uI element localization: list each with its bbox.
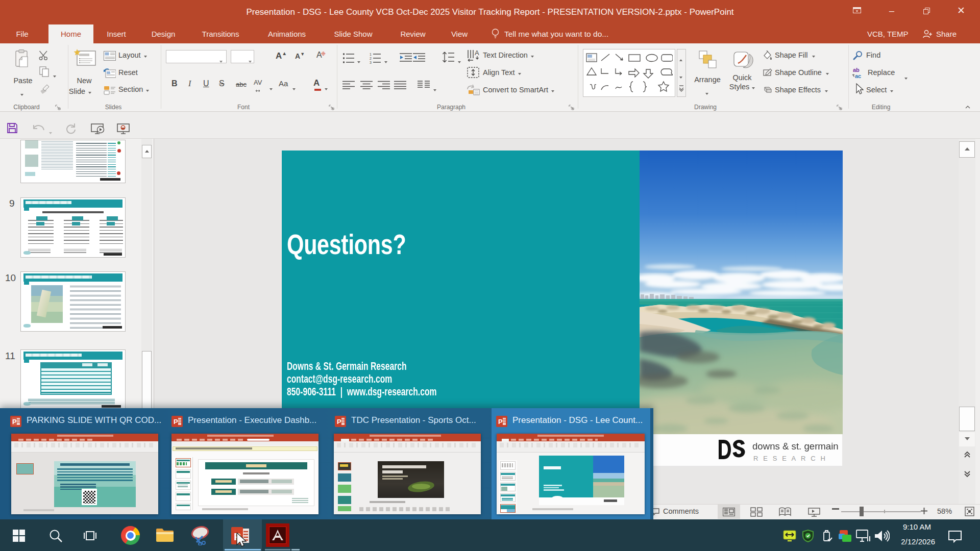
svg-text:ac: ac [855, 73, 861, 79]
svg-text:P: P [498, 418, 503, 425]
svg-text:3: 3 [370, 61, 372, 64]
svg-text:P: P [174, 418, 178, 425]
svg-text:P: P [337, 418, 341, 425]
svg-text:A: A [475, 49, 479, 57]
svg-text:1: 1 [370, 53, 372, 56]
svg-text:ab: ab [853, 67, 860, 73]
svg-text:P: P [12, 418, 17, 425]
svg-text:2: 2 [370, 57, 372, 60]
